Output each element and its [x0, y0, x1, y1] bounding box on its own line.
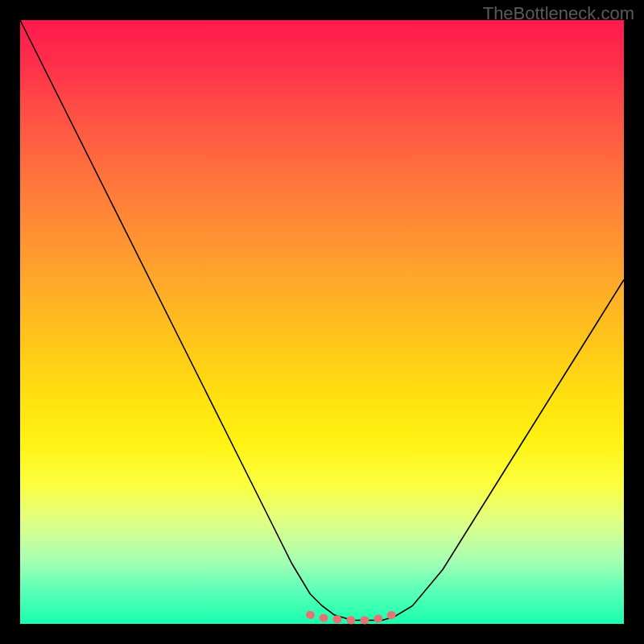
- chart-frame: TheBottleneck.com: [0, 0, 644, 644]
- watermark-text: TheBottleneck.com: [483, 3, 634, 24]
- primary-curve: [20, 20, 624, 621]
- highlight-trough: [310, 614, 394, 621]
- plot-area: [20, 20, 624, 624]
- chart-svg: [20, 20, 624, 624]
